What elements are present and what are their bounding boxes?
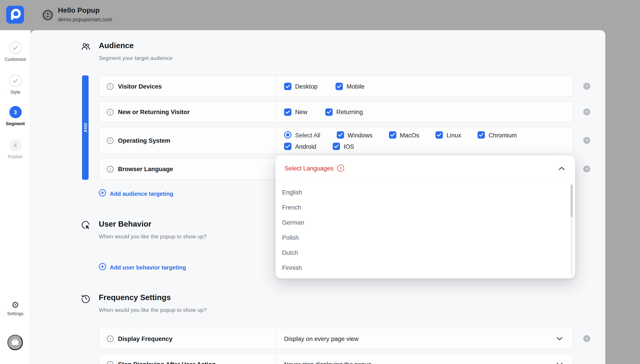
language-option-english[interactable]: English bbox=[276, 185, 575, 200]
remove-operating-system-button[interactable] bbox=[583, 137, 590, 144]
checkbox-checked-icon bbox=[325, 108, 333, 116]
select-languages-label: Select Languages bbox=[284, 165, 334, 172]
user-behavior-icon bbox=[81, 220, 91, 232]
checkbox-checked-icon bbox=[336, 82, 343, 90]
globe-icon bbox=[43, 10, 53, 20]
audience-subtitle: Segment your target audience bbox=[99, 55, 172, 61]
checkbox-label: Windows bbox=[348, 132, 372, 138]
language-option-finnish[interactable]: Finnish bbox=[276, 260, 575, 275]
language-option-german[interactable]: German bbox=[276, 215, 575, 230]
checkbox-returning[interactable]: Returning bbox=[325, 108, 363, 116]
popup-title-block: Hello Popup demo.popupsmart.com bbox=[58, 6, 112, 22]
info-icon[interactable] bbox=[107, 83, 113, 90]
sidebar-item-style[interactable]: Style bbox=[0, 74, 31, 94]
sidebar-item-settings[interactable]: ⚙ Settings bbox=[0, 300, 31, 316]
settings-label: Settings bbox=[7, 311, 23, 316]
warning-icon bbox=[337, 165, 344, 172]
audience-icon bbox=[81, 42, 91, 53]
stop-displaying-select[interactable]: Never stop displaying the popup bbox=[276, 354, 573, 364]
row-stop-displaying: Stop Displaying After User Action Never … bbox=[99, 353, 573, 364]
row-label: Stop Displaying After User Action bbox=[118, 361, 216, 364]
radio-selected-icon bbox=[284, 131, 291, 138]
info-icon[interactable] bbox=[107, 335, 113, 342]
popupsmart-logo[interactable] bbox=[6, 6, 24, 24]
scrollbar-thumb[interactable] bbox=[571, 185, 573, 217]
checkbox-mobile[interactable]: Mobile bbox=[336, 82, 365, 90]
checkbox-linux[interactable]: Linux bbox=[436, 131, 461, 138]
chevron-down-icon bbox=[557, 337, 562, 340]
checkbox-ios[interactable]: IOS bbox=[332, 143, 354, 150]
add-user-behavior-targeting-link[interactable]: Add user behavior targeting bbox=[99, 263, 186, 272]
language-option-french[interactable]: French bbox=[276, 200, 575, 215]
remove-visitor-type-button[interactable] bbox=[583, 108, 590, 116]
popup-builder-app: Hello Popup demo.popupsmart.com Customiz… bbox=[0, 0, 640, 364]
checkbox-label: Mobile bbox=[346, 83, 364, 90]
info-icon[interactable] bbox=[107, 137, 113, 144]
radio-label: Select All bbox=[295, 132, 320, 138]
sidebar-item-segment[interactable]: 3 Segment bbox=[0, 106, 31, 126]
briefcase-icon bbox=[11, 338, 19, 346]
row-label: Visitor Devices bbox=[118, 83, 162, 90]
info-icon[interactable] bbox=[107, 108, 113, 115]
language-list: English French German Polish Dutch Finni… bbox=[276, 181, 575, 277]
step-label: Publish bbox=[8, 154, 23, 159]
step-label: Style bbox=[10, 90, 20, 94]
checkbox-label: New bbox=[295, 108, 307, 116]
check-icon bbox=[9, 74, 21, 87]
display-frequency-select[interactable]: Display on every page view bbox=[276, 328, 573, 349]
remove-visitor-devices-button[interactable] bbox=[583, 83, 590, 90]
frequency-subtitle: When would you like the popup to show up… bbox=[99, 307, 206, 313]
step-label: Customize bbox=[5, 56, 26, 62]
language-option-dutch[interactable]: Dutch bbox=[276, 245, 575, 260]
row-label-cell: Operating System bbox=[99, 127, 276, 154]
checkbox-label: Android bbox=[295, 143, 316, 150]
remove-display-frequency-button[interactable] bbox=[583, 335, 590, 342]
top-header: Hello Popup demo.popupsmart.com bbox=[0, 0, 640, 30]
checkbox-label: Desktop bbox=[295, 83, 318, 90]
language-dropdown-trigger[interactable]: Select Languages bbox=[276, 155, 575, 182]
and-label: AND bbox=[83, 123, 88, 132]
row-label-cell: New or Returning Visitor bbox=[99, 102, 276, 122]
row-controls: Desktop Mobile bbox=[276, 76, 573, 97]
row-display-frequency: Display Frequency Display on every page … bbox=[99, 328, 573, 349]
checkbox-android[interactable]: Android bbox=[284, 143, 316, 150]
row-label: Browser Language bbox=[118, 166, 173, 172]
audience-title: Audience bbox=[99, 41, 134, 50]
popup-domain: demo.popupsmart.com bbox=[58, 16, 112, 22]
checkbox-windows[interactable]: Windows bbox=[337, 131, 372, 138]
user-behavior-subtitle: When would you like the popup to show up… bbox=[99, 234, 206, 240]
remove-browser-language-button[interactable] bbox=[583, 166, 590, 172]
sidebar-item-publish[interactable]: 4 Publish bbox=[0, 139, 31, 159]
language-dropdown-panel: Select Languages English French German P… bbox=[276, 155, 575, 278]
chevron-down-icon bbox=[557, 363, 562, 364]
checkbox-new[interactable]: New bbox=[284, 108, 307, 116]
info-icon[interactable] bbox=[107, 166, 113, 172]
checkbox-desktop[interactable]: Desktop bbox=[284, 82, 318, 90]
row-visitor-devices: Visitor Devices Desktop Mobile bbox=[99, 76, 573, 97]
checkbox-checked-icon bbox=[436, 131, 443, 138]
frequency-title: Frequency Settings bbox=[99, 293, 171, 302]
row-label: New or Returning Visitor bbox=[118, 108, 189, 116]
radio-select-all[interactable]: Select All bbox=[284, 131, 320, 138]
row-label-cell: Display Frequency bbox=[99, 328, 276, 349]
add-audience-targeting-link[interactable]: Add audience targeting bbox=[99, 189, 173, 198]
sidebar-item-customize[interactable]: Customize bbox=[0, 42, 31, 62]
info-icon[interactable] bbox=[107, 361, 113, 364]
row-label-cell: Stop Displaying After User Action bbox=[99, 354, 276, 364]
checkbox-label: Linux bbox=[447, 132, 461, 138]
frequency-icon bbox=[81, 294, 91, 305]
step-number: 3 bbox=[9, 106, 21, 118]
checkbox-chromium[interactable]: Chromium bbox=[478, 131, 517, 138]
checkbox-checked-icon bbox=[284, 143, 291, 150]
language-option-polish[interactable]: Polish bbox=[276, 230, 575, 245]
checkbox-checked-icon bbox=[337, 131, 344, 138]
checkbox-macos[interactable]: MacOs bbox=[389, 131, 419, 138]
workspace-button[interactable] bbox=[7, 335, 23, 350]
row-operating-system: Operating System Select All Windows MacO… bbox=[99, 127, 573, 154]
check-icon bbox=[9, 42, 21, 54]
checkbox-checked-icon bbox=[332, 143, 340, 150]
checkbox-label: Chromium bbox=[488, 132, 517, 138]
checkbox-checked-icon bbox=[478, 131, 485, 138]
and-connector: AND bbox=[82, 76, 88, 180]
plus-circle-icon bbox=[99, 189, 106, 198]
